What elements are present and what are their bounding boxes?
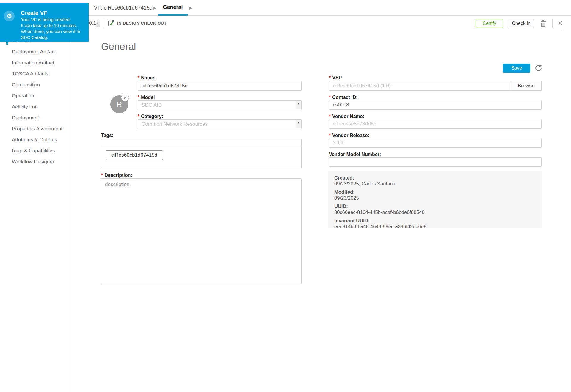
sidebar-item[interactable]: Properties Assignment: [0, 123, 71, 134]
sidebar-item[interactable]: Information Artifact: [0, 57, 71, 68]
certify-button[interactable]: Certify: [476, 19, 503, 28]
tags-label: Tags:: [101, 133, 113, 138]
sidebar-item[interactable]: Deployment: [0, 112, 71, 123]
metadata-entry: Modifed: 09/23/2025: [334, 189, 542, 201]
gear-icon: ⚙: [4, 11, 15, 21]
breadcrumb-vf[interactable]: VF: ciRes60cb1d67415d: [94, 0, 153, 16]
vendor-release-label: *Vendor Release:: [329, 133, 369, 138]
breadcrumb-arrow-icon: ▶: [153, 0, 156, 16]
trash-icon[interactable]: [540, 20, 547, 27]
tags-input[interactable]: [101, 139, 302, 147]
sidebar-item-label: Workflow Designer: [12, 159, 54, 165]
sidebar-item[interactable]: Deployment Artifact: [0, 46, 71, 57]
check-in-button[interactable]: Check in: [509, 19, 534, 28]
name-input[interactable]: [138, 81, 302, 91]
lifecycle-status: IN DESIGN CHECK OUT: [117, 16, 167, 31]
sidebar-item-label: Req. & Capabilities: [12, 148, 55, 154]
toast-body-line: It can take up to 10 minutes.: [21, 23, 80, 29]
divider: [552, 19, 553, 28]
breadcrumb-arrow-icon: ▶: [189, 0, 192, 16]
required-marker: *: [138, 75, 139, 80]
sidebar-item-label: Deployment Artifact: [12, 49, 56, 55]
required-marker: *: [138, 95, 139, 100]
dropdown-arrow-icon[interactable]: ▼: [296, 120, 301, 128]
sidebar-item-label: Properties Assignment: [12, 126, 62, 132]
edit-pencil-icon[interactable]: ✎: [121, 94, 129, 102]
metadata-box: Created: 09/23/2025, Carlos Santana Modi…: [328, 171, 542, 228]
vendor-name-input: [329, 119, 542, 129]
sidebar-item-label: TOSCA Artifacts: [12, 71, 48, 77]
avatar: R ✎: [110, 95, 128, 113]
sidebar-item[interactable]: Workflow Designer: [0, 156, 71, 167]
sidebar-item-label: Operation: [12, 93, 34, 99]
required-marker: *: [329, 114, 331, 119]
required-marker: *: [329, 75, 331, 80]
model-select-value: SDC AID: [142, 102, 162, 108]
dropdown-arrow-icon[interactable]: ▼: [296, 101, 301, 109]
sidebar-item[interactable]: Attributes & Outputs: [0, 134, 71, 145]
contact-id-label: *Contact ID:: [329, 95, 358, 100]
metadata-label: Invariant UUID:: [334, 218, 542, 223]
page-title: General: [101, 41, 136, 52]
general-form: General Save *Name: R ✎ *Model SDC AID ▼…: [71, 31, 571, 392]
required-marker: *: [329, 133, 331, 138]
metadata-value: 09/23/2025, Carlos Santana: [334, 181, 542, 187]
metadata-label: Created:: [334, 175, 542, 181]
sidebar-item-label: Deployment: [12, 115, 39, 121]
sdc-vf-general-page: VF: ciRes60cb1d67415d ▶ General ▶ V0.1 ▼…: [0, 0, 571, 392]
sidebar-item[interactable]: Operation: [0, 90, 71, 101]
vsp-label: *VSP: [329, 75, 342, 81]
vendor-model-number-label: Vendor Model Number:: [329, 152, 381, 157]
sidebar-item-label: Activity Log: [12, 104, 38, 110]
browse-button[interactable]: Browse: [511, 81, 542, 91]
tag-chip[interactable]: ciRes60cb1d67415d: [106, 150, 163, 160]
vendor-release-input: [329, 138, 542, 148]
sidebar-item-label: Information Artifact: [12, 60, 54, 66]
sidebar-item[interactable]: Req. & Capabilities: [0, 145, 71, 156]
description-textarea[interactable]: description: [101, 178, 302, 284]
divider: [103, 19, 103, 28]
vendor-model-number-input[interactable]: [329, 157, 542, 167]
version-dropdown[interactable]: ▼: [96, 20, 100, 27]
required-marker: *: [329, 95, 331, 100]
avatar-letter: R: [117, 100, 122, 109]
metadata-label: Modifed:: [334, 189, 542, 195]
required-marker: *: [101, 173, 103, 178]
sidebar: General Deployment Artifact Information …: [0, 31, 71, 392]
toast-body: Your VF is being created.It can take up …: [21, 17, 80, 40]
category-label: *Category:: [138, 114, 163, 119]
toast-body-line: When done, you can view it in: [21, 29, 80, 34]
refresh-icon[interactable]: [534, 64, 542, 72]
category-select[interactable]: Common Network Resources ▼: [138, 119, 302, 129]
vendor-name-label: *Vendor Name:: [329, 114, 364, 119]
metadata-entry: Invariant UUID: eee814bd-6a48-4649-99ec-…: [334, 218, 542, 229]
tags-container: ciRes60cb1d67415d: [101, 147, 302, 168]
toast-body-line: Your VF is being created.: [21, 17, 80, 23]
metadata-value: eee814bd-6a48-4649-99ec-a396f42dd6e8: [334, 223, 542, 229]
name-label: *Name:: [138, 75, 156, 81]
sidebar-item-label: Attributes & Outputs: [12, 137, 57, 143]
sidebar-item[interactable]: TOSCA Artifacts: [0, 68, 71, 79]
metadata-value: 09/23/2025: [334, 195, 542, 201]
save-button[interactable]: Save: [503, 64, 530, 73]
metadata-value: 80c66eec-8164-445b-acaf-b6bde6f88540: [334, 209, 542, 215]
sidebar-item[interactable]: Activity Log: [0, 101, 71, 112]
metadata-label: UUID:: [334, 203, 542, 209]
close-icon[interactable]: ×: [555, 18, 566, 29]
description-label: *Description:: [101, 173, 132, 178]
toast-body-line: SDC Catalog.: [21, 34, 80, 40]
metadata-entry: UUID: 80c66eec-8164-445b-acaf-b6bde6f885…: [334, 203, 542, 215]
vsp-input: [329, 81, 511, 91]
metadata-entry: Created: 09/23/2025, Carlos Santana: [334, 175, 542, 187]
checkout-icon: [107, 20, 115, 27]
create-vf-toast: ⚙ Create VF Your VF is being created.It …: [0, 3, 89, 42]
category-select-value: Common Network Resources: [142, 121, 208, 127]
contact-id-input[interactable]: [329, 100, 542, 110]
toast-title: Create VF: [21, 10, 47, 16]
required-marker: *: [138, 114, 139, 119]
model-label: *Model: [138, 95, 155, 100]
sidebar-item[interactable]: Composition: [0, 79, 71, 90]
tab-general[interactable]: General: [158, 0, 188, 16]
sidebar-item-label: Composition: [12, 82, 40, 88]
model-select[interactable]: SDC AID ▼: [138, 100, 302, 110]
